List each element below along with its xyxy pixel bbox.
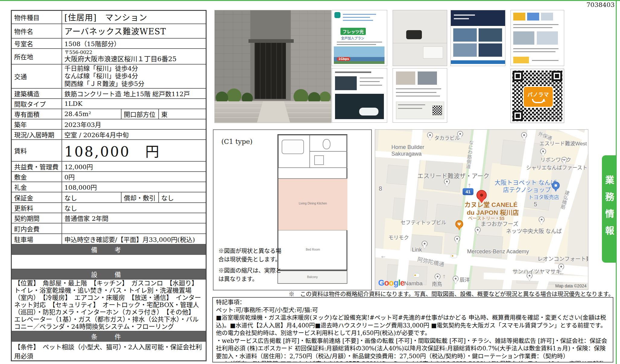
map-label: レオンコンフォート難波 bbox=[537, 255, 588, 262]
bus-stop-icon bbox=[451, 254, 457, 258]
doc-image bbox=[537, 31, 558, 45]
flets-hikari-label: フレッツ光 bbox=[340, 28, 366, 35]
thumbnail-dark-brochure[interactable] bbox=[451, 10, 505, 66]
floorplan-note: ※図面が現状と異なる場合は現状優先とします。 bbox=[218, 247, 282, 264]
row-label: 契約期間 bbox=[11, 213, 62, 223]
row-label: 礼金 bbox=[11, 182, 62, 192]
deco-line bbox=[337, 44, 376, 45]
doc-photo bbox=[335, 76, 357, 90]
brochure-photo bbox=[479, 28, 502, 42]
qr-finder-icon bbox=[513, 111, 523, 121]
bed-room: Bed Room bbox=[278, 230, 347, 270]
remarks-header: 備 考 bbox=[11, 244, 206, 255]
conditions-value: 【条件】 ペット相談（小型犬、猫可）・2人入居可能・保証会社利用必須 bbox=[11, 341, 206, 361]
panorama-arrow-icon bbox=[532, 99, 545, 103]
floorplan-note: ※図面の縮尺は、実際とは異なります。 bbox=[218, 267, 282, 283]
map-label: エスリード難波West bbox=[539, 139, 587, 147]
map-label: まつおかフーズ bbox=[481, 220, 518, 227]
fee-value: 12,000円 bbox=[62, 161, 206, 172]
map-label: リボンワーク bbox=[540, 156, 571, 163]
google-map[interactable]: ↑ ← ← ↑ Ψ 41 タカラビル 外保通 エスリード難波West Home … bbox=[375, 129, 588, 290]
brochure-photo bbox=[453, 28, 477, 42]
route-41-badge: 41 bbox=[463, 188, 473, 195]
row-label: 間取タイプ bbox=[11, 99, 62, 109]
bathtub-fixture bbox=[282, 140, 304, 154]
thumbnail-bathroom-doc[interactable] bbox=[332, 68, 387, 123]
washer-fixture bbox=[314, 155, 324, 165]
map-pin bbox=[435, 274, 441, 280]
notes-title: 特記事項： bbox=[216, 299, 610, 306]
map-label: ネッツ中央大阪 なんば bbox=[506, 227, 562, 235]
layout-value: 1LDK bbox=[62, 99, 206, 109]
google-letter: e bbox=[400, 278, 404, 287]
deco-line bbox=[454, 14, 475, 16]
google-letter: o bbox=[389, 278, 394, 287]
mini-qr-code bbox=[432, 106, 442, 115]
map-pin bbox=[453, 276, 459, 282]
flyer-logo-icon bbox=[334, 12, 340, 18]
map-label: 辰洋 bbox=[460, 276, 470, 283]
parking-value: 申込時空き確認要/【平面】月33,000円(税込) bbox=[62, 234, 206, 244]
map-pin bbox=[539, 217, 545, 223]
row-label: 償却・敷引 bbox=[121, 192, 159, 203]
business-info-tab[interactable]: 業務情報 bbox=[602, 155, 616, 263]
qr-finder-icon bbox=[552, 71, 562, 81]
row-label: 保証金 bbox=[11, 192, 62, 203]
row-label: 所在地 bbox=[11, 49, 62, 64]
deco-line bbox=[360, 81, 380, 82]
deco-line bbox=[343, 20, 373, 21]
doc-image bbox=[513, 13, 525, 21]
row-label: 建築構造 bbox=[11, 88, 62, 99]
thumbnail-kitchen-doc[interactable] bbox=[393, 68, 447, 123]
panorama-qr-code[interactable]: パノラマ bbox=[511, 69, 564, 123]
bathtub-shape bbox=[359, 108, 378, 116]
row-label: 町内会費 bbox=[11, 223, 62, 234]
page-border-right bbox=[616, 0, 617, 364]
access-line: 関西線「ＪＲ難波」徒歩5分 bbox=[65, 80, 204, 88]
deco-line bbox=[360, 85, 382, 86]
map-label: Namba bbox=[404, 280, 422, 287]
rent-value: 108,000 円 bbox=[62, 140, 206, 161]
access-line: 千日前線「桜川」徒歩4分 bbox=[65, 65, 204, 73]
map-pin bbox=[427, 132, 433, 138]
google-logo: Google bbox=[378, 278, 404, 288]
floorplan-notes: ※図面が現状と異なる場合は現状優先とします。 ※図面の縮尺は、実際とは異なります… bbox=[218, 247, 282, 286]
map-pin bbox=[422, 241, 428, 247]
photo-canopy bbox=[248, 39, 294, 43]
thumbnail-flets-flyer[interactable]: フレッツ光 全戸加入プラン 1Gbps bbox=[332, 10, 387, 66]
map-label: サンハイツヤマサキ bbox=[512, 267, 561, 275]
special-notes-box: 特記事項： ペット:可/事務所:不可/小型犬:可/猫:可 ■浴室暖房乾燥機・ガス… bbox=[212, 297, 613, 362]
access-value: 千日前線「桜川」徒歩4分 なんば線「桜川」徒歩4分 関西線「ＪＲ難波」徒歩5分 bbox=[62, 64, 206, 89]
notes-paragraph: ■ カギ所在：FA保管鍵:アフロなんば店さま(06-6575-9601)/ミニミ… bbox=[216, 360, 610, 362]
row-label: 共益費・管理費 bbox=[11, 161, 62, 172]
renewal-value: なし bbox=[62, 203, 206, 213]
map-pin bbox=[540, 148, 546, 154]
deco-line bbox=[398, 108, 422, 109]
row-label: 開口部方位 bbox=[121, 109, 159, 119]
deco-line bbox=[513, 27, 552, 28]
brochure-photo bbox=[479, 43, 502, 57]
thumbnail-guide-document[interactable] bbox=[511, 10, 564, 66]
doc-image bbox=[541, 13, 553, 21]
amortization-value: なし bbox=[159, 192, 206, 203]
thumbnail-interior-photo[interactable] bbox=[393, 10, 447, 66]
map-label: モリモク bbox=[388, 233, 409, 241]
device-photo bbox=[406, 30, 422, 39]
equipment-value: 【位置】 角部屋・最上階 【キッチン】 ガスコンロ 【水廻り】 トイレ・浴室乾燥… bbox=[11, 279, 206, 331]
property-photo[interactable] bbox=[214, 10, 331, 123]
google-letter: G bbox=[378, 278, 384, 287]
page-border-top bbox=[0, 0, 620, 1]
row-label: 交通 bbox=[11, 64, 62, 89]
panorama-badge: パノラマ bbox=[523, 86, 554, 108]
doc-image bbox=[527, 13, 539, 21]
property-table: 物件種目 [住居用] マンション 物件名 アーバネックス難波WEST 号室名 1… bbox=[11, 10, 207, 361]
balcony: Balcony bbox=[277, 271, 347, 284]
deco-line bbox=[343, 14, 376, 15]
store-pin bbox=[552, 182, 560, 189]
oneway-arrow-icon: ↑ bbox=[467, 183, 471, 188]
document-number: 7038403 bbox=[586, 1, 615, 8]
map-attribution: Map data ©2024 bbox=[555, 283, 587, 288]
floorplan-type-label: (C1 type) bbox=[221, 138, 252, 145]
deco-line bbox=[396, 92, 436, 93]
address-value: 〒556-0022 大阪府大阪市浪速区桜川１丁目6番25 bbox=[62, 49, 206, 64]
